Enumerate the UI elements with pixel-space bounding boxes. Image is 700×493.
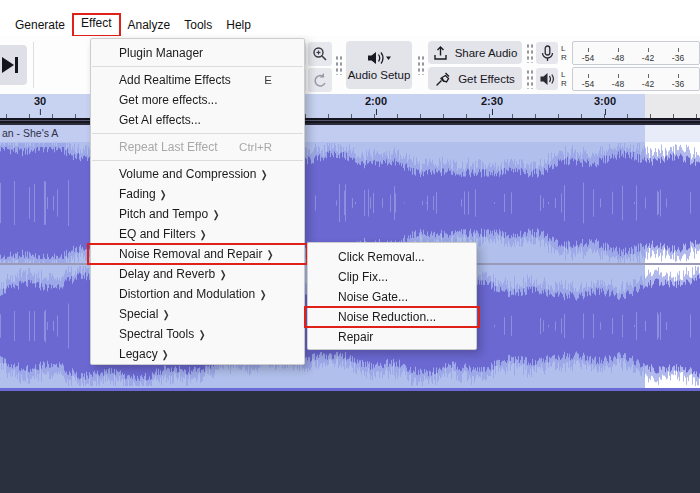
menubar-item-label: Effect [81, 16, 111, 30]
menu-item-label: Clip Fix... [338, 270, 388, 284]
meter-scale-value: -42 [642, 78, 654, 90]
menu-item-label: Pitch and Tempo [119, 207, 208, 221]
recording-meter[interactable]: LR -54 -48 -42 [536, 41, 700, 65]
meter-scale-cell: -36 [663, 48, 693, 64]
meter-scale-cell: -36 [663, 74, 693, 90]
playback-meter-button[interactable] [536, 68, 558, 90]
menubar-item[interactable]: Generate [8, 15, 72, 35]
magnifier-plus-icon [312, 46, 328, 62]
channel-label: R [561, 79, 569, 88]
menu-item-label: Add Realtime Effects [119, 73, 231, 87]
effect-menu-item[interactable] [92, 63, 303, 70]
submenu-item[interactable]: Noise Reduction... [308, 307, 476, 327]
share-audio-label: Share Audio [455, 47, 518, 59]
effect-menu-item[interactable]: Special [91, 304, 304, 324]
get-effects-button[interactable]: Get Effects [428, 67, 522, 90]
menubar-item-label: Analyze [128, 18, 171, 32]
menubar: Generate Effect Analyze Tools Help [0, 14, 700, 36]
playback-meter[interactable]: LR -54 -48 -42 [536, 67, 700, 91]
channel-label: L [561, 44, 569, 53]
submenu-arrow-icon [215, 269, 227, 280]
meter-scale-cell: -48 [603, 48, 633, 64]
submenu-arrow-icon [156, 189, 168, 200]
play-icon [0, 56, 20, 74]
menu-item-label: Noise Reduction... [338, 310, 436, 324]
menubar-item[interactable]: Effect [72, 13, 120, 37]
speaker-icon [539, 72, 555, 86]
channel-labels: LR [561, 44, 569, 62]
menu-item-label: Get more effects... [119, 93, 217, 107]
effect-menu-item[interactable]: Get more effects... [91, 90, 304, 110]
submenu-item[interactable]: Clip Fix... [308, 267, 476, 287]
menubar-item-label: Help [226, 18, 251, 32]
submenu-item[interactable]: Noise Gate... [308, 287, 476, 307]
play-button[interactable] [0, 45, 27, 85]
submenu-arrow-icon [255, 289, 267, 300]
effect-menu-item[interactable]: Get AI effects... [91, 110, 304, 130]
toolbar-grip-handle[interactable] [417, 55, 424, 75]
menubar-item-label: Generate [15, 18, 65, 32]
menu-item-shortcut: Ctrl+R [239, 141, 284, 153]
menu-item-label: Special [119, 307, 158, 321]
microphone-icon [541, 45, 554, 62]
menubar-item[interactable]: Analyze [121, 15, 178, 35]
effect-menu-item[interactable]: Add Realtime Effects E [91, 70, 304, 90]
effect-menu-item[interactable]: Noise Removal and Repair [91, 244, 304, 264]
effect-menu-item[interactable] [92, 130, 303, 137]
record-meter-button[interactable] [536, 42, 558, 64]
timeline-major-tick [605, 109, 606, 115]
meter-grip-handle[interactable] [526, 69, 533, 89]
submenu-arrow-icon [208, 209, 220, 220]
menu-item-label: Noise Gate... [338, 290, 408, 304]
zoom-fit-button[interactable] [308, 42, 332, 66]
meter-grip-handle[interactable] [526, 43, 533, 63]
share-upload-icon [433, 45, 448, 61]
effect-menu-item[interactable]: Plugin Manager [91, 43, 304, 63]
timeline-label-text: 2:00 [365, 94, 387, 109]
submenu-item[interactable]: Repair [308, 327, 476, 347]
menu-item-label: Delay and Reverb [119, 267, 215, 281]
meter-scale-value: -48 [612, 78, 624, 90]
menubar-item[interactable]: Tools [177, 15, 219, 35]
toolbar-divider [33, 42, 34, 88]
effect-menu-item[interactable]: Volume and Compression [91, 164, 304, 184]
effect-menu-item[interactable]: Pitch and Tempo [91, 204, 304, 224]
menu-item-label: Get AI effects... [119, 113, 201, 127]
menu-item-label: Spectral Tools [119, 327, 194, 341]
effect-menu-item[interactable]: Fading [91, 184, 304, 204]
effect-menu: Plugin Manager Add Realtime Effects E Ge… [90, 38, 305, 365]
menu-item-label: Repair [338, 330, 373, 344]
effect-menu-item[interactable] [92, 157, 303, 164]
meter-scale-cell: -30 [693, 48, 700, 64]
meter-scale-value: -54 [582, 78, 594, 90]
audio-setup-button[interactable]: Audio Setup [346, 41, 412, 89]
meter-scale-value: -36 [672, 52, 684, 64]
share-audio-button[interactable]: Share Audio [428, 41, 522, 64]
submenu-arrow-icon [158, 349, 170, 360]
effect-menu-item[interactable]: Repeat Last Effect Ctrl+R [91, 137, 304, 157]
effect-menu-item[interactable]: EQ and Filters [91, 224, 304, 244]
menu-item-label: Legacy [119, 347, 158, 361]
meter-scale-cell: -42 [633, 74, 663, 90]
timeline-label: 2:30 [481, 94, 503, 118]
effect-menu-item[interactable]: Distortion and Modulation [91, 284, 304, 304]
menu-item-label: EQ and Filters [119, 227, 196, 241]
effect-menu-item[interactable]: Legacy [91, 344, 304, 364]
get-effects-label: Get Effects [458, 73, 515, 85]
menu-item-label: Plugin Manager [119, 46, 203, 60]
menubar-item[interactable]: Help [219, 15, 258, 35]
plug-icon [435, 71, 451, 87]
timeline-label: 30 [34, 94, 46, 118]
menu-item-label: Click Removal... [338, 250, 425, 264]
timeline-label-text: 2:30 [481, 94, 503, 109]
toolbar-grip-handle[interactable] [335, 55, 342, 75]
redo-button[interactable] [308, 68, 332, 92]
redo-icon [312, 72, 328, 88]
timeline-major-tick [376, 109, 377, 115]
menu-item-label: Noise Removal and Repair [119, 247, 262, 261]
submenu-arrow-icon [158, 309, 170, 320]
effect-menu-item[interactable]: Spectral Tools [91, 324, 304, 344]
submenu-item[interactable]: Click Removal... [308, 247, 476, 267]
empty-track-area [0, 391, 700, 493]
effect-menu-item[interactable]: Delay and Reverb [91, 264, 304, 284]
